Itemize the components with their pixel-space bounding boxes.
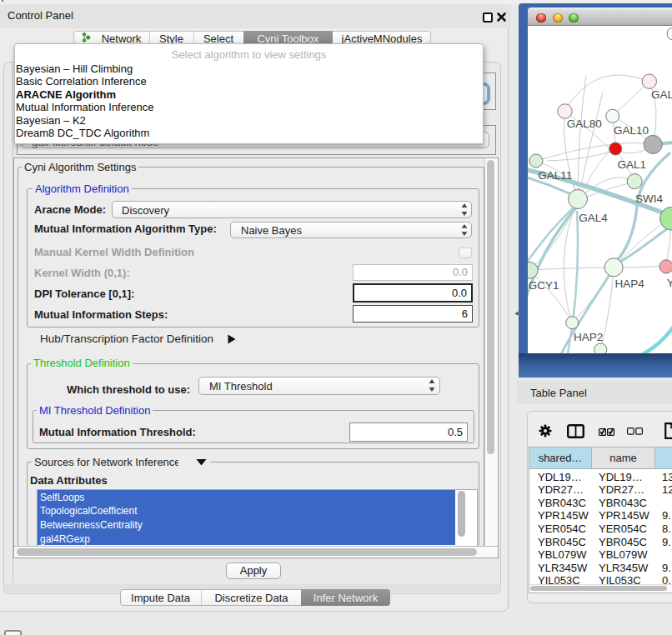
svg-text:SWI4: SWI4	[635, 192, 663, 205]
svg-text:GCY1: GCY1	[529, 279, 559, 292]
svg-text:GAL80: GAL80	[567, 118, 602, 130]
svg-text:Y: Y	[667, 277, 672, 289]
svg-text:GAL11: GAL11	[538, 169, 572, 182]
svg-text:GAL10: GAL10	[614, 124, 649, 137]
svg-text:HAP4: HAP4	[615, 278, 645, 290]
svg-text:GAL: GAL	[651, 88, 672, 101]
svg-text:HAP2: HAP2	[574, 331, 603, 343]
svg-text:GAL4: GAL4	[579, 212, 608, 224]
svg-text:GAL1: GAL1	[618, 158, 647, 171]
